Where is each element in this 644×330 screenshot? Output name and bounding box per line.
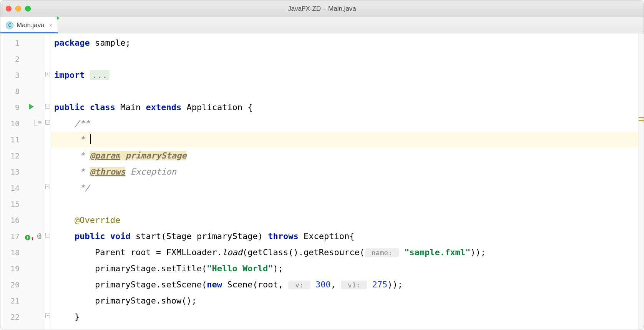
keyword: import bbox=[54, 70, 85, 80]
runnable-icon bbox=[57, 16, 60, 20]
fold-collapse-icon[interactable]: − bbox=[45, 104, 50, 109]
code-text: , bbox=[331, 280, 341, 289]
line-number: 14 bbox=[0, 180, 20, 196]
line-number: 19 bbox=[0, 261, 20, 277]
code-text: Exception{ bbox=[299, 231, 355, 241]
parameter-hint: name: bbox=[365, 248, 399, 257]
line-number: 11 bbox=[0, 132, 20, 148]
code-line[interactable]: primaryStage.show(); bbox=[51, 293, 644, 309]
line-number: 20 bbox=[0, 277, 20, 293]
minimize-window-icon[interactable] bbox=[15, 6, 21, 12]
line-number: 16 bbox=[0, 212, 20, 228]
error-stripe[interactable] bbox=[638, 33, 644, 330]
string-literal: "Hello World" bbox=[207, 264, 273, 273]
line-number: 17 bbox=[0, 228, 20, 244]
code-line[interactable]: Parent root = FXMLLoader.load(getClass()… bbox=[51, 244, 644, 261]
javadoc-param: Exception bbox=[125, 167, 176, 177]
code-text: sample; bbox=[90, 38, 131, 48]
code-editor[interactable]: 1 2 3 8 9 10 11 12 13 14 15 16 17 18 19 … bbox=[0, 33, 644, 330]
keyword: extends bbox=[146, 102, 181, 112]
code-line[interactable]: * @param primaryStage bbox=[51, 148, 644, 164]
code-line[interactable]: public void start(Stage primaryStage) th… bbox=[51, 228, 644, 244]
close-window-icon[interactable] bbox=[6, 6, 12, 12]
code-line[interactable] bbox=[51, 83, 644, 99]
warning-mark[interactable] bbox=[639, 120, 644, 121]
annotation-gutter-icon: @ bbox=[37, 231, 41, 239]
titlebar: JavaFX-ZD – Main.java bbox=[0, 0, 644, 17]
code-line[interactable] bbox=[51, 196, 644, 212]
fold-collapse-icon[interactable]: − bbox=[45, 233, 50, 238]
static-method: load bbox=[222, 248, 242, 257]
run-line-icon[interactable] bbox=[29, 104, 34, 110]
line-number: 13 bbox=[0, 164, 20, 180]
code-text: Main bbox=[115, 102, 146, 112]
window-title: JavaFX-ZD – Main.java bbox=[0, 5, 644, 13]
comment: * bbox=[54, 167, 90, 177]
code-line[interactable]: * @throws Exception bbox=[51, 164, 644, 180]
line-number: 1 bbox=[0, 35, 20, 51]
code-line[interactable]: @Override bbox=[51, 212, 644, 228]
line-number: 12 bbox=[0, 148, 20, 164]
code-text: Scene(root, bbox=[222, 280, 288, 289]
fold-end-icon[interactable]: − bbox=[45, 314, 50, 318]
warning-mark[interactable] bbox=[639, 117, 644, 118]
overrides-icon[interactable]: ↑ bbox=[25, 233, 34, 242]
code-line[interactable]: import ... bbox=[51, 67, 644, 83]
code-line[interactable]: primaryStage.setScene(new Scene(root, v:… bbox=[51, 277, 644, 293]
tab-main-java[interactable]: C Main.java × bbox=[0, 17, 58, 33]
code-line[interactable]: } bbox=[51, 309, 644, 325]
zoom-window-icon[interactable] bbox=[25, 6, 31, 12]
parameter-hint: v1: bbox=[341, 280, 367, 289]
line-number: 18 bbox=[0, 244, 20, 261]
code-text: )); bbox=[470, 248, 486, 257]
keyword: void bbox=[110, 231, 131, 241]
code-text: ); bbox=[273, 264, 284, 273]
javadoc-tag: @throws bbox=[90, 167, 126, 177]
code-line[interactable]: package sample; bbox=[51, 35, 644, 51]
icon-gutter: ⎿≡ ↑ @ bbox=[23, 33, 44, 330]
fold-end-icon[interactable]: − bbox=[45, 185, 50, 189]
code-line[interactable]: /** bbox=[51, 116, 644, 132]
code-text: Parent root = FXMLLoader. bbox=[54, 248, 222, 257]
fold-column: + − − − − − bbox=[44, 33, 51, 330]
code-text: (getClass().getResource( bbox=[242, 248, 365, 257]
number-literal: 300 bbox=[315, 280, 331, 289]
code-line[interactable]: primaryStage.setTitle("Hello World"); bbox=[51, 261, 644, 277]
structure-icon[interactable]: ⎿≡ bbox=[31, 119, 41, 126]
keyword: public bbox=[54, 102, 85, 112]
comment: */ bbox=[54, 183, 90, 193]
annotation: @Override bbox=[75, 215, 120, 225]
fold-collapse-icon[interactable]: − bbox=[45, 120, 50, 125]
code-line[interactable] bbox=[51, 51, 644, 67]
number-literal: 275 bbox=[372, 280, 388, 289]
line-number: 10 bbox=[0, 116, 20, 132]
close-tab-icon[interactable]: × bbox=[48, 22, 52, 28]
text-caret bbox=[90, 134, 91, 144]
fold-expand-icon[interactable]: + bbox=[45, 72, 50, 76]
code-text: primaryStage.setScene( bbox=[54, 280, 207, 289]
code-area[interactable]: package sample; import ... public class … bbox=[51, 33, 644, 330]
window-controls bbox=[6, 6, 31, 12]
code-text: )); bbox=[387, 280, 403, 289]
keyword: public bbox=[75, 231, 105, 241]
java-class-icon: C bbox=[6, 21, 13, 29]
keyword: throws bbox=[268, 231, 298, 241]
line-number: 3 bbox=[0, 67, 20, 83]
string-literal: "sample.fxml" bbox=[404, 248, 470, 257]
line-number: 15 bbox=[0, 196, 20, 212]
code-text: primaryStage.show(); bbox=[54, 296, 197, 305]
java-class-icon-letter: C bbox=[8, 23, 11, 28]
code-line-current[interactable]: * bbox=[51, 132, 644, 148]
code-text: primaryStage.setTitle( bbox=[54, 264, 207, 273]
code-line[interactable]: public class Main extends Application { bbox=[51, 99, 644, 116]
line-number: 22 bbox=[0, 309, 20, 325]
line-number-gutter: 1 2 3 8 9 10 11 12 13 14 15 16 17 18 19 … bbox=[0, 33, 23, 330]
comment: * bbox=[54, 151, 90, 160]
code-line[interactable]: */ bbox=[51, 180, 644, 196]
comment: /** bbox=[54, 119, 90, 128]
keyword: package bbox=[54, 38, 90, 48]
line-number: 21 bbox=[0, 293, 20, 309]
folded-region[interactable]: ... bbox=[90, 70, 110, 80]
tab-label: Main.java bbox=[17, 21, 45, 29]
code-text: start(Stage primaryStage) bbox=[131, 231, 268, 241]
